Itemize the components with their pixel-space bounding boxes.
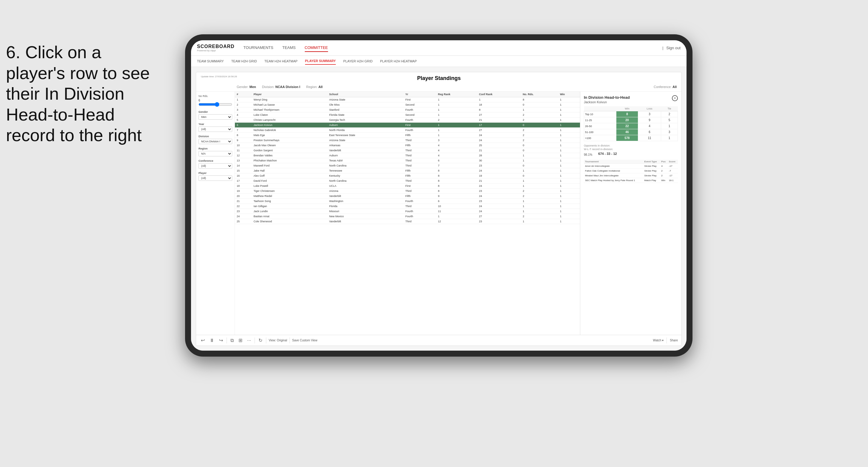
cell-conf: 25 xyxy=(477,143,521,148)
cell-win: 1 xyxy=(558,107,580,113)
table-row[interactable]: 18 Luke Powell UCLA First 8 24 1 1 xyxy=(235,184,580,189)
table-row[interactable]: 2 Michael La Sasse Ole Miss Second 1 18 … xyxy=(235,102,580,107)
nav-committee[interactable]: COMMITTEE xyxy=(305,44,328,52)
cell-player: Brendan Valdes xyxy=(252,153,328,158)
undo-button[interactable]: ↩ xyxy=(200,337,206,344)
table-row[interactable]: 5 Christo Lamprecht Georgia Tech Fourth … xyxy=(235,118,580,123)
table-row[interactable]: 4 Luke Claton Florida State Second 1 27 … xyxy=(235,113,580,118)
table-row[interactable]: 9 Preston Summerhays Arizona State Third… xyxy=(235,138,580,143)
table-row[interactable]: 23 Jack Lundin Missouri Fourth 11 24 1 1 xyxy=(235,209,580,214)
sidebar-year-label: Year xyxy=(198,123,232,126)
table-row[interactable]: 22 Ian Gilligan Florida Third 10 24 1 1 xyxy=(235,204,580,209)
cell-reg: 9 xyxy=(436,194,477,199)
redo-button[interactable]: ↪ xyxy=(218,337,224,344)
cell-rds: 1 xyxy=(521,107,558,113)
cell-conf: 23 xyxy=(477,189,521,194)
table-row[interactable]: 21 Taehoon Song Washington Fourth 6 23 1… xyxy=(235,199,580,204)
table-row[interactable]: 3 Michael Thorbjornsen Stanford Fourth 1… xyxy=(235,107,580,113)
table-row[interactable]: 1 Wenyi Ding Arizona State First 1 1 8 1 xyxy=(235,97,580,102)
tab-player-h2h-grid[interactable]: PLAYER H2H GRID xyxy=(343,58,373,64)
col-rds: No. Rds. xyxy=(521,92,558,97)
cell-conf: 27 xyxy=(477,214,521,219)
conference-select[interactable]: (All) xyxy=(198,163,232,168)
cell-reg: 1 xyxy=(436,128,477,133)
table-row[interactable]: 8 Mats Ege East Tennessee State Fifth 1 … xyxy=(235,133,580,138)
cell-rank: 23 xyxy=(235,209,252,214)
h2h-tie: 1 xyxy=(661,123,678,129)
nav-bar: SCOREBOARD Powered by clippi TOURNAMENTS… xyxy=(191,40,686,56)
cell-yr: Fifth xyxy=(404,143,436,148)
cell-conf: 24 xyxy=(477,133,521,138)
tab-player-h2h-heatmap[interactable]: PLAYER H2H HEATMAP xyxy=(380,58,417,64)
cell-yr: Third xyxy=(404,148,436,153)
cell-reg: 6 xyxy=(436,158,477,163)
cell-yr: Third xyxy=(404,219,436,224)
watch-button[interactable]: Watch ▾ xyxy=(653,339,664,342)
nav-teams[interactable]: TEAMS xyxy=(282,44,296,52)
save-custom-view[interactable]: Save Custom View xyxy=(292,339,317,342)
table-row[interactable]: 20 Matthew Riedel Vanderbilt Fifth 9 24 … xyxy=(235,194,580,199)
cell-rds: 0 xyxy=(521,163,558,168)
year-select[interactable]: (All) xyxy=(198,127,232,132)
table-row[interactable]: 17 David Ford North Carolina Third 8 21 … xyxy=(235,179,580,184)
h2h-col-rank xyxy=(584,106,616,111)
table-row[interactable]: 16 Alex Goff Kentucky Fifth 8 19 0 1 xyxy=(235,174,580,179)
sign-out-link[interactable]: Sign out xyxy=(666,44,681,52)
nav-tournaments[interactable]: TOURNAMENTS xyxy=(244,44,273,52)
cell-conf: 27 xyxy=(477,128,521,133)
cell-rds: 1 xyxy=(521,158,558,163)
col-school: School xyxy=(328,92,404,97)
table-row[interactable]: 7 Nicholas Gabrelcik North Florida Fourt… xyxy=(235,128,580,133)
pause-button[interactable]: ⏸ xyxy=(208,337,216,344)
gender-select[interactable]: Men xyxy=(198,114,232,120)
cell-yr: Second xyxy=(404,102,436,107)
table-row[interactable]: 19 Tiger Christensen Arizona Third 8 23 … xyxy=(235,189,580,194)
cell-win: 1 xyxy=(558,138,580,143)
table-row[interactable]: 14 Maxwell Ford North Carolina Third 7 2… xyxy=(235,163,580,168)
cell-conf: 1 xyxy=(477,97,521,102)
table-row[interactable]: 10 Jacob Max Olesen Arkansas Fifth 4 25 … xyxy=(235,143,580,148)
share-button[interactable]: Share xyxy=(670,339,678,342)
sidebar: No Rds. 6 Gender Men Year xyxy=(196,92,235,335)
cell-rds: 2 xyxy=(521,189,558,194)
cell-player: Tiger Christensen xyxy=(252,189,328,194)
cell-school: Tennessee xyxy=(328,168,404,174)
player-select[interactable]: (All) xyxy=(198,176,232,181)
tab-team-h2h-grid[interactable]: TEAM H2H GRID xyxy=(231,58,257,64)
filter-button[interactable]: ⊞ xyxy=(237,337,244,344)
tab-team-h2h-heatmap[interactable]: TEAM H2H HEATMAP xyxy=(265,58,298,64)
close-button[interactable]: × xyxy=(672,95,678,101)
table-area[interactable]: # Player School Yr Reg Rank Conf Rank No… xyxy=(235,92,580,335)
cell-win: 1 xyxy=(558,153,580,158)
tab-player-summary[interactable]: PLAYER SUMMARY xyxy=(305,58,336,65)
cell-rds: 0 xyxy=(521,123,558,128)
refresh-button[interactable]: ↻ xyxy=(257,337,264,344)
cell-yr: Third xyxy=(404,153,436,158)
t-score: 18-1 xyxy=(668,178,678,183)
table-row[interactable]: 25 Cole Sherwood Vanderbilt Third 12 23 … xyxy=(235,219,580,224)
table-body: 1 Wenyi Ding Arizona State First 1 1 8 1… xyxy=(235,97,580,224)
division-select[interactable]: NCAA Division I xyxy=(198,139,232,144)
table-row[interactable]: 15 Jake Hall Tennessee Fifth 8 24 1 1 xyxy=(235,168,580,174)
cell-rds: 2 xyxy=(521,133,558,138)
tab-team-summary[interactable]: TEAM SUMMARY xyxy=(197,58,224,64)
view-original[interactable]: View: Original xyxy=(269,339,287,342)
cell-school: Florida xyxy=(328,204,404,209)
table-row[interactable]: 11 Gordon Sargent Vanderbilt Third 4 21 … xyxy=(235,148,580,153)
cell-reg: 1 xyxy=(436,123,477,128)
cell-rds: 2 xyxy=(521,214,558,219)
dots-button[interactable]: ··· xyxy=(246,337,252,344)
h2h-loss: 6 xyxy=(638,129,661,135)
copy-button[interactable]: ⧉ xyxy=(229,337,235,344)
cell-rank: 24 xyxy=(235,214,252,219)
cell-rds: 2 xyxy=(521,113,558,118)
table-row[interactable]: 13 Phichaksn Maichon Texas A&M Third 6 3… xyxy=(235,158,580,163)
cell-win: 1 xyxy=(558,158,580,163)
rounds-slider[interactable] xyxy=(198,102,232,107)
table-row[interactable]: 12 Brendan Valdes Auburn Third 4 28 1 1 xyxy=(235,153,580,158)
table-row[interactable]: 6 Jackson Koivun Auburn First 1 17 0 1 xyxy=(235,123,580,128)
region-select[interactable]: N/A xyxy=(198,151,232,156)
t-name: Amer Ari Intercollegiate xyxy=(584,164,643,168)
table-row[interactable]: 24 Bastian Amat New Mexico Fourth 1 27 2… xyxy=(235,214,580,219)
cell-win: 1 xyxy=(558,174,580,179)
